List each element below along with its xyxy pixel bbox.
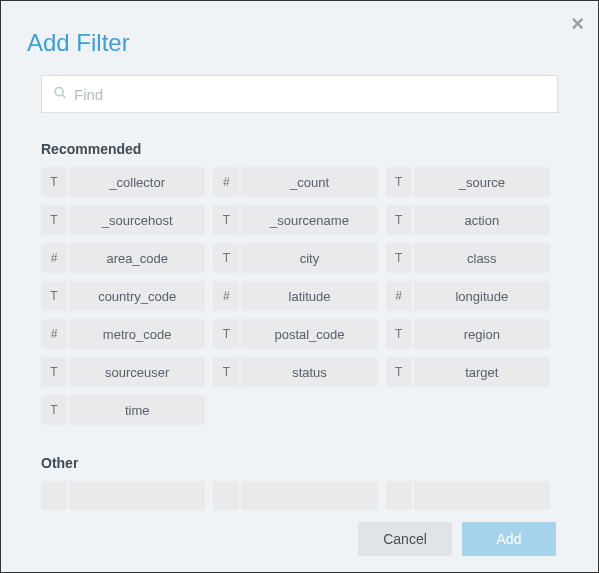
filter-chip[interactable]: Ttime	[41, 395, 205, 425]
search-input[interactable]	[41, 75, 558, 113]
recommended-heading: Recommended	[41, 141, 550, 157]
filter-chip[interactable]: Tpostal_code	[213, 319, 377, 349]
filter-chip-label: time	[69, 395, 205, 425]
type-icon: T	[386, 205, 414, 235]
recommended-grid: T_collector#_countT_sourceT_sourcehostT_…	[41, 167, 550, 425]
type-icon	[213, 481, 241, 510]
type-icon: T	[213, 357, 241, 387]
type-icon: T	[386, 319, 414, 349]
other-heading: Other	[41, 455, 550, 471]
filter-chip[interactable]: #_count	[213, 167, 377, 197]
type-icon: T	[386, 357, 414, 387]
filter-chip-label: target	[414, 357, 550, 387]
filter-chip-label	[69, 481, 205, 510]
filter-chip[interactable]	[213, 481, 377, 510]
filter-chip-label: country_code	[69, 281, 205, 311]
modal-title: Add Filter	[1, 1, 598, 75]
filter-chip[interactable]: T_sourcehost	[41, 205, 205, 235]
close-icon: ×	[571, 11, 584, 36]
type-icon: #	[386, 281, 414, 311]
other-grid	[41, 481, 550, 510]
filter-chip[interactable]: Tsourceuser	[41, 357, 205, 387]
filter-chip-label: _count	[241, 167, 377, 197]
filter-chip[interactable]: T_source	[386, 167, 550, 197]
filter-chip-label: sourceuser	[69, 357, 205, 387]
filter-chip[interactable]: Ttarget	[386, 357, 550, 387]
filter-chip[interactable]: Tcountry_code	[41, 281, 205, 311]
type-icon: #	[41, 319, 69, 349]
type-icon: T	[213, 319, 241, 349]
type-icon: T	[41, 205, 69, 235]
filter-chip-label: status	[241, 357, 377, 387]
filter-chip[interactable]: T_sourcename	[213, 205, 377, 235]
close-button[interactable]: ×	[571, 13, 584, 35]
filter-chip[interactable]	[386, 481, 550, 510]
filter-chip[interactable]: T_collector	[41, 167, 205, 197]
type-icon: T	[41, 395, 69, 425]
cancel-button[interactable]: Cancel	[358, 522, 452, 556]
filter-chip[interactable]: #area_code	[41, 243, 205, 273]
search-wrapper	[41, 75, 558, 113]
add-button[interactable]: Add	[462, 522, 556, 556]
filter-scroll-area[interactable]: Recommended T_collector#_countT_sourceT_…	[41, 141, 558, 510]
filter-chip-label: latitude	[241, 281, 377, 311]
filter-chip[interactable]: Tclass	[386, 243, 550, 273]
type-icon: T	[213, 243, 241, 273]
type-icon: T	[386, 243, 414, 273]
type-icon: T	[213, 205, 241, 235]
filter-chip-label: action	[414, 205, 550, 235]
filter-chip-label	[241, 481, 377, 510]
type-icon: T	[386, 167, 414, 197]
modal-footer: Cancel Add	[1, 510, 598, 572]
filter-chip[interactable]: Taction	[386, 205, 550, 235]
filter-chip-label: _sourcename	[241, 205, 377, 235]
filter-chip[interactable]: #longitude	[386, 281, 550, 311]
add-filter-modal: × Add Filter Recommended T_collector#_co…	[1, 1, 598, 572]
filter-chip-label: city	[241, 243, 377, 273]
filter-chip-label: _collector	[69, 167, 205, 197]
type-icon: #	[41, 243, 69, 273]
filter-chip-label: class	[414, 243, 550, 273]
type-icon: #	[213, 167, 241, 197]
filter-chip[interactable]: #metro_code	[41, 319, 205, 349]
type-icon: T	[41, 357, 69, 387]
filter-chip[interactable]: Tstatus	[213, 357, 377, 387]
type-icon	[41, 481, 69, 510]
filter-chip-label: area_code	[69, 243, 205, 273]
filter-chip[interactable]	[41, 481, 205, 510]
filter-chip[interactable]: #latitude	[213, 281, 377, 311]
type-icon: T	[41, 281, 69, 311]
filter-chip-label: postal_code	[241, 319, 377, 349]
filter-chip-label	[414, 481, 550, 510]
filter-chip-label: _source	[414, 167, 550, 197]
filter-chip-label: metro_code	[69, 319, 205, 349]
filter-chip[interactable]: Tcity	[213, 243, 377, 273]
type-icon	[386, 481, 414, 510]
type-icon: #	[213, 281, 241, 311]
filter-chip-label: region	[414, 319, 550, 349]
filter-chip-label: longitude	[414, 281, 550, 311]
modal-body: Recommended T_collector#_countT_sourceT_…	[1, 75, 598, 510]
filter-chip[interactable]: Tregion	[386, 319, 550, 349]
type-icon: T	[41, 167, 69, 197]
filter-chip-label: _sourcehost	[69, 205, 205, 235]
